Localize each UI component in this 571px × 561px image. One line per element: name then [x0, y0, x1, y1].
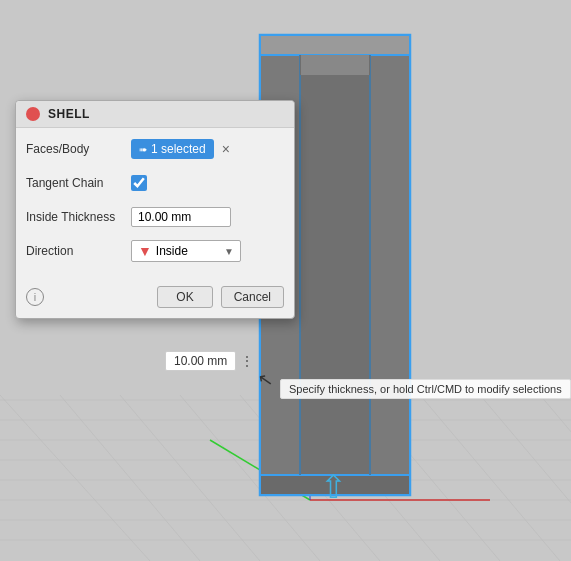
direction-label: Direction [26, 244, 131, 258]
svg-marker-34 [370, 35, 410, 495]
dialog-header-icon [26, 107, 40, 121]
faces-body-label: Faces/Body [26, 142, 131, 156]
dialog-header: SHELL [16, 101, 294, 128]
tangent-chain-control [131, 175, 284, 191]
inside-thickness-row: Inside Thickness [26, 204, 284, 230]
cursor-icon: ➠ [139, 144, 147, 155]
faces-body-selected-btn[interactable]: ➠ 1 selected [131, 139, 214, 159]
inside-thickness-label: Inside Thickness [26, 210, 131, 224]
thickness-more-icon[interactable]: ⋮ [240, 353, 254, 369]
hint-text: Specify thickness, or hold Ctrl/CMD to m… [280, 379, 571, 399]
faces-body-clear-btn[interactable]: × [218, 141, 234, 157]
faces-body-selected-text: 1 selected [151, 142, 206, 156]
svg-marker-35 [260, 35, 410, 55]
direction-select[interactable]: ▼ Inside ▼ [131, 240, 241, 262]
inside-thickness-input[interactable] [131, 207, 231, 227]
tangent-chain-checkbox[interactable] [131, 175, 147, 191]
thickness-value: 10.00 mm [165, 351, 236, 371]
ok-button[interactable]: OK [157, 286, 212, 308]
tangent-chain-label: Tangent Chain [26, 176, 131, 190]
direction-row: Direction ▼ Inside ▼ [26, 238, 284, 264]
direction-icon: ▼ [138, 243, 152, 259]
tangent-chain-row: Tangent Chain [26, 170, 284, 196]
direction-value: Inside [156, 244, 188, 258]
faces-body-row: Faces/Body ➠ 1 selected × [26, 136, 284, 162]
direction-control: ▼ Inside ▼ [131, 240, 284, 262]
dialog-body: Faces/Body ➠ 1 selected × Tangent Chain … [16, 128, 294, 280]
svg-marker-37 [300, 55, 370, 75]
dialog-footer: i OK Cancel [16, 280, 294, 318]
thickness-tooltip: 10.00 mm ⋮ [165, 351, 254, 371]
info-icon[interactable]: i [26, 288, 44, 306]
svg-rect-32 [300, 55, 380, 475]
inside-thickness-control [131, 207, 284, 227]
shell-dialog: SHELL Faces/Body ➠ 1 selected × Tangent … [15, 100, 295, 319]
chevron-down-icon: ▼ [224, 246, 234, 257]
faces-body-control: ➠ 1 selected × [131, 139, 284, 159]
direction-up-arrow: ⇧ [320, 468, 347, 506]
dialog-title: SHELL [48, 107, 90, 121]
cancel-button[interactable]: Cancel [221, 286, 284, 308]
